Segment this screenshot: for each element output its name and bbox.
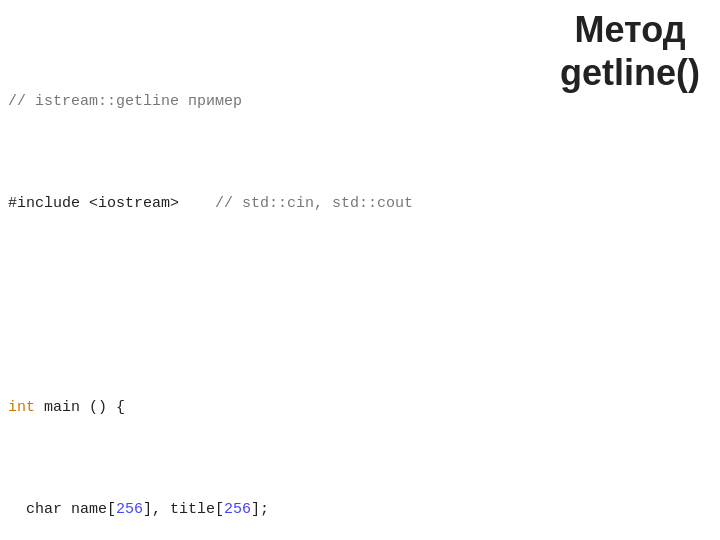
title-line2: getline() [560,51,700,94]
title-block: Метод getline() [560,8,700,94]
main-container: Метод getline() // istream::getline прим… [0,0,720,540]
comment-text: // istream::getline пример [8,93,242,110]
code-line-main: int main () { [8,395,720,421]
title-line1: Метод [560,8,700,51]
code-line-char: char name[256], title[256]; [8,497,720,523]
code-blank1 [8,293,720,319]
code-line-include: #include <iostream> // std::cin, std::co… [8,191,720,217]
